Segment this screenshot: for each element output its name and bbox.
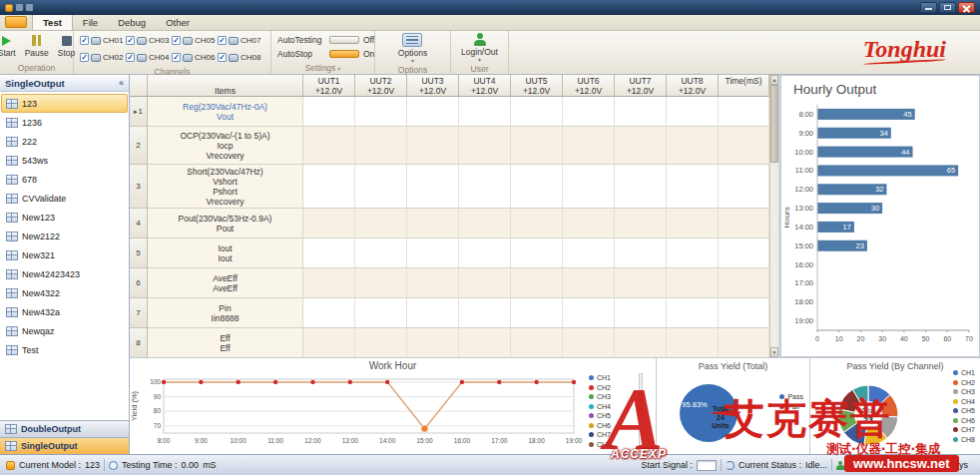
sidebar-item-new42423423[interactable]: New42423423 bbox=[1, 264, 128, 283]
checkbox-checked-icon[interactable]: ✓ bbox=[126, 53, 135, 62]
app-icon[interactable] bbox=[5, 4, 13, 12]
uut-cell[interactable] bbox=[563, 127, 615, 165]
uut-cell[interactable] bbox=[667, 238, 719, 268]
uut-cell[interactable] bbox=[511, 268, 563, 298]
header-uut6[interactable]: UUT6+12.0V bbox=[563, 75, 615, 97]
uut-cell[interactable] bbox=[355, 165, 407, 209]
uut-cell[interactable] bbox=[407, 328, 459, 357]
checkbox-checked-icon[interactable]: ✓ bbox=[80, 53, 89, 62]
uut-cell[interactable] bbox=[303, 268, 355, 298]
table-row[interactable]: 6AveEffAveEff bbox=[130, 268, 778, 298]
uut-cell[interactable] bbox=[407, 209, 459, 238]
channel-ch08[interactable]: ✓CH08 bbox=[218, 50, 263, 65]
uut-cell[interactable] bbox=[459, 328, 511, 357]
start-button[interactable]: Start bbox=[0, 36, 16, 58]
group-label-user[interactable]: User bbox=[451, 64, 508, 74]
uut-cell[interactable] bbox=[511, 97, 563, 127]
sidebar-item-new2122[interactable]: New2122 bbox=[1, 227, 128, 245]
sidebar-item-new123[interactable]: New123 bbox=[1, 208, 128, 227]
channel-ch07[interactable]: ✓CH07 bbox=[218, 33, 263, 48]
group-label-options[interactable]: Options bbox=[375, 65, 450, 75]
uut-cell[interactable] bbox=[511, 127, 563, 165]
table-row[interactable]: 8EffEff bbox=[130, 328, 778, 357]
uut-cell[interactable] bbox=[459, 127, 511, 165]
row-items-cell[interactable]: EffEff bbox=[148, 328, 303, 357]
login-out-button[interactable]: Login/Out ▾ bbox=[461, 33, 498, 62]
sidebar-item-123[interactable]: 123 bbox=[1, 94, 128, 113]
uut-cell[interactable] bbox=[303, 298, 355, 328]
time-cell[interactable] bbox=[719, 298, 769, 328]
minimize-button[interactable] bbox=[920, 2, 937, 13]
uut-cell[interactable] bbox=[355, 298, 407, 328]
uut-cell[interactable] bbox=[563, 238, 615, 268]
time-cell[interactable] bbox=[719, 165, 769, 209]
header-uut8[interactable]: UUT8+12.0V bbox=[667, 75, 719, 97]
row-items-cell[interactable]: AveEffAveEff bbox=[148, 268, 303, 298]
uut-cell[interactable] bbox=[355, 209, 407, 238]
time-cell[interactable] bbox=[719, 328, 769, 357]
uut-cell[interactable] bbox=[615, 298, 667, 328]
uut-cell[interactable] bbox=[615, 209, 667, 238]
uut-cell[interactable] bbox=[615, 328, 667, 357]
uut-cell[interactable] bbox=[667, 97, 719, 127]
table-row[interactable]: 5IoutIout bbox=[130, 238, 778, 268]
channel-ch05[interactable]: ✓CH05 bbox=[172, 33, 218, 48]
table-row[interactable]: 4Pout(230Vac/53Hz-0.9A)Pout bbox=[130, 209, 778, 238]
undo-icon[interactable] bbox=[26, 4, 33, 11]
uut-cell[interactable] bbox=[615, 238, 667, 268]
time-cell[interactable] bbox=[719, 127, 769, 165]
tab-other[interactable]: Other bbox=[156, 15, 200, 30]
uut-cell[interactable] bbox=[563, 97, 615, 127]
uut-cell[interactable] bbox=[511, 165, 563, 209]
sidebar-item-222[interactable]: 222 bbox=[1, 132, 128, 151]
uut-cell[interactable] bbox=[303, 209, 355, 238]
uut-cell[interactable] bbox=[667, 209, 719, 238]
tab-debug[interactable]: Debug bbox=[108, 15, 156, 30]
time-cell[interactable] bbox=[719, 97, 769, 127]
uut-cell[interactable] bbox=[355, 127, 407, 165]
uut-cell[interactable] bbox=[511, 298, 563, 328]
scroll-up-icon[interactable]: ▲ bbox=[770, 75, 778, 85]
row-items-cell[interactable]: PinIin8888 bbox=[148, 298, 303, 328]
checkbox-checked-icon[interactable]: ✓ bbox=[218, 36, 227, 45]
uut-cell[interactable] bbox=[615, 165, 667, 209]
time-cell[interactable] bbox=[719, 209, 769, 238]
row-items-cell[interactable]: Short(230Vac/47Hz)VshortPshortVrecovery bbox=[148, 165, 303, 209]
close-button[interactable] bbox=[958, 2, 975, 13]
sidebar-header[interactable]: SingleOutput « bbox=[0, 75, 129, 92]
uut-cell[interactable] bbox=[407, 298, 459, 328]
uut-cell[interactable] bbox=[355, 268, 407, 298]
checkbox-checked-icon[interactable]: ✓ bbox=[126, 36, 135, 45]
uut-cell[interactable] bbox=[303, 165, 355, 209]
uut-cell[interactable] bbox=[407, 97, 459, 127]
uut-cell[interactable] bbox=[407, 127, 459, 165]
auto-testing-toggle[interactable] bbox=[329, 36, 359, 44]
uut-cell[interactable] bbox=[667, 298, 719, 328]
uut-cell[interactable] bbox=[459, 268, 511, 298]
uut-cell[interactable] bbox=[459, 97, 511, 127]
uut-cell[interactable] bbox=[355, 328, 407, 357]
uut-cell[interactable] bbox=[355, 97, 407, 127]
sidebar-item-new321[interactable]: New321 bbox=[1, 245, 128, 264]
uut-cell[interactable] bbox=[407, 268, 459, 298]
scrollbar-thumb[interactable] bbox=[770, 85, 778, 163]
header-uut2[interactable]: UUT2+12.0V bbox=[355, 75, 407, 97]
uut-cell[interactable] bbox=[303, 127, 355, 165]
table-row[interactable]: 7PinIin8888 bbox=[130, 298, 778, 328]
tab-file[interactable]: File bbox=[73, 15, 108, 30]
options-button[interactable]: Options ▾ bbox=[398, 33, 427, 63]
sidebar-item-cvvalidate[interactable]: CVValidate bbox=[1, 189, 128, 208]
sidebar-item-543ws[interactable]: 543ws bbox=[1, 151, 128, 170]
header-uut1[interactable]: UUT1+12.0V bbox=[303, 75, 355, 97]
row-items-cell[interactable]: Pout(230Vac/53Hz-0.9A)Pout bbox=[148, 209, 303, 238]
uut-cell[interactable] bbox=[303, 328, 355, 357]
checkbox-checked-icon[interactable]: ✓ bbox=[80, 36, 89, 45]
time-cell[interactable] bbox=[719, 268, 769, 298]
table-row[interactable]: 2OCP(230Vac/-(1 to 5)A)IocpVrecovery bbox=[130, 127, 778, 165]
app-menu-button[interactable] bbox=[5, 16, 27, 28]
row-items-cell[interactable]: Reg(230Vac/47Hz-0A)Vout bbox=[148, 97, 303, 127]
header-uut7[interactable]: UUT7+12.0V bbox=[615, 75, 667, 97]
uut-cell[interactable] bbox=[667, 328, 719, 357]
sidebar-item-678[interactable]: 678 bbox=[1, 170, 128, 189]
header-uut3[interactable]: UUT3+12.0V bbox=[407, 75, 459, 97]
